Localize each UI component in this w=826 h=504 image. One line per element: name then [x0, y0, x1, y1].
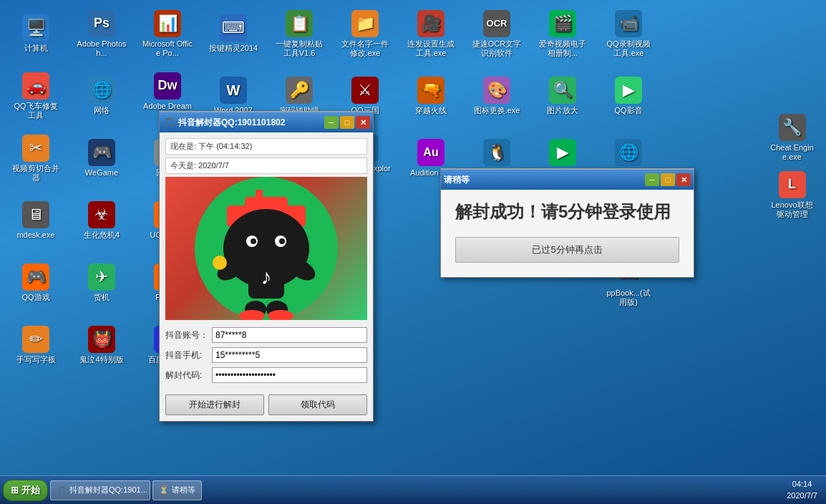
start-button[interactable]: ⊞ 开始: [3, 480, 48, 501]
success-window-controls: ─ □ ✕: [645, 173, 691, 186]
tiktok-account-input[interactable]: [212, 327, 367, 343]
icon-qqcar-repair[interactable]: 🚗 QQ飞车修复工具: [7, 69, 64, 123]
tiktok-date-display: 今天是: 2020/7/7: [165, 158, 367, 174]
icon-wegame[interactable]: 🎮 WeGame: [73, 132, 130, 185]
icon-ocr[interactable]: OCR 捷速OCR文字识别软件: [468, 7, 525, 61]
icon-office[interactable]: 📊 Microsoft Office Po...: [139, 7, 196, 61]
windows-logo-icon: ⊞: [11, 485, 19, 495]
success-body: 解封成功！请5分钟登录使用 已过5分钟再点击: [441, 190, 694, 277]
tiktok-titlebar: 🎵 抖音解封器QQ:1901101802 ─ □ ✕: [160, 112, 373, 132]
icon-imgzoom[interactable]: 🔍 图片放大: [534, 69, 591, 123]
tiktok-account-label: 抖音账号：: [165, 329, 212, 341]
tiktok-close-button[interactable]: ✕: [356, 116, 370, 129]
success-close-button[interactable]: ✕: [676, 173, 691, 186]
tiktok-title-icon: 🎵: [162, 117, 175, 128]
taskbar-item-0[interactable]: 🎵 抖音解封器QQ:1901...: [50, 480, 150, 500]
success-dialog: 请稍等 ─ □ ✕ 解封成功！请5分钟登录使用 已过5分钟再点击: [440, 168, 694, 278]
icon-iconchange[interactable]: 🎨 图标更换.exe: [468, 69, 525, 123]
svg-point-9: [279, 238, 285, 244]
taskbar-item-1[interactable]: ⏳ 请稍等: [152, 480, 202, 500]
icon-guiling[interactable]: 👹 鬼泣4特别版: [73, 319, 130, 372]
icon-filename[interactable]: 📁 文件名字一件修改.exe: [336, 7, 394, 61]
icon-copytool[interactable]: 📋 一键复制粘贴工具V1.6: [271, 7, 328, 61]
tiktok-maximize-button[interactable]: □: [340, 116, 354, 129]
tiktok-image-area: ♪: [165, 177, 367, 320]
icon-shenghua[interactable]: ☣ 生化危机4: [73, 194, 130, 248]
svg-text:♪: ♪: [261, 265, 272, 289]
success-maximize-button[interactable]: □: [661, 173, 675, 186]
svg-point-14: [213, 256, 227, 270]
tiktok-window: 🎵 抖音解封器QQ:1901101802 ─ □ ✕ 现在是: 下午 (04:1…: [159, 111, 374, 422]
taskbar-item-icon-0: 🎵: [57, 485, 67, 495]
tiktok-form: 抖音账号： 抖音手机: 解封代码:: [165, 326, 367, 389]
tiktok-code-field: 解封代码:: [165, 367, 367, 383]
tiktok-minimize-button[interactable]: ─: [324, 116, 339, 129]
tiktok-phone-field: 抖音手机:: [165, 347, 367, 363]
tiktok-code-label: 解封代码:: [165, 369, 212, 382]
taskbar-items: 🎵 抖音解封器QQ:1901... ⏳ 请稍等: [50, 480, 779, 500]
icon-lifecam[interactable]: 🎥 连发设置生成工具.exe: [402, 7, 460, 61]
tiktok-time-display: 现在是: 下午 (04:14:32): [165, 138, 367, 155]
svg-point-8: [251, 238, 256, 244]
icon-qqfilm[interactable]: ▶ QQ影音: [600, 69, 657, 123]
tiktok-title-text: 抖音解封器QQ:1901101802: [178, 117, 321, 129]
icon-cheat[interactable]: 🔧 Cheat Engine.exe: [765, 111, 819, 165]
success-title-text: 请稍等: [444, 174, 641, 186]
success-minimize-button[interactable]: ─: [645, 173, 659, 186]
icon-shouxie[interactable]: ✏ 手写写字板: [7, 319, 64, 372]
tiktok-window-controls: ─ □ ✕: [324, 116, 370, 129]
tiktok-button-row: 开始进行解封 领取代码: [165, 394, 367, 415]
icon-anjian[interactable]: ⌨ 按键精灵2014: [205, 7, 262, 61]
icon-qqrecord[interactable]: 📹 QQ录制视频工具.exe: [600, 7, 657, 61]
desktop: 🖥️ 计算机 Ps Adobe Photosh... 📊 Microsoft O…: [0, 0, 826, 475]
taskbar: ⊞ 开始 🎵 抖音解封器QQ:1901... ⏳ 请稍等 04:14 2020/…: [0, 475, 826, 504]
icon-gouji[interactable]: ✈ 货机: [73, 256, 130, 310]
icon-network[interactable]: 🌐 网络: [73, 69, 130, 123]
taskbar-item-icon-1: ⏳: [159, 485, 169, 495]
svg-rect-4: [256, 190, 263, 200]
icon-videoedit[interactable]: ✂ 视频剪切合并器: [7, 132, 64, 185]
icon-mdesk[interactable]: 🖥 mdesk.exe: [7, 194, 64, 248]
success-titlebar: 请稍等 ─ □ ✕: [441, 170, 694, 190]
tiktok-account-field: 抖音账号：: [165, 327, 367, 343]
icon-chuanyue[interactable]: 🔫 穿越火线: [402, 69, 460, 123]
tiktok-body: 现在是: 下午 (04:14:32) 今天是: 2020/7/7: [160, 132, 373, 421]
tiktok-start-button[interactable]: 开始进行解封: [165, 394, 264, 415]
tiktok-phone-input[interactable]: [212, 347, 367, 363]
tiktok-code-input[interactable]: [212, 367, 367, 383]
icon-aiqiyi[interactable]: 🎬 爱奇视频电子相册制...: [534, 7, 591, 61]
success-message: 解封成功！请5分钟登录使用: [455, 200, 679, 223]
tiktok-getcode-button[interactable]: 领取代码: [268, 394, 367, 415]
icon-photoshop[interactable]: Ps Adobe Photosh...: [73, 7, 130, 61]
icon-lenovo[interactable]: L Lenovo联想驱动管理: [765, 168, 819, 222]
taskbar-clock: 04:14 2020/7/7: [781, 479, 823, 501]
tiktok-phone-label: 抖音手机:: [165, 349, 212, 362]
icon-computer[interactable]: 🖥️ 计算机: [7, 7, 64, 61]
success-confirm-button[interactable]: 已过5分钟再点击: [455, 237, 679, 263]
icon-qqgame[interactable]: 🎮 QQ游戏: [7, 256, 64, 310]
